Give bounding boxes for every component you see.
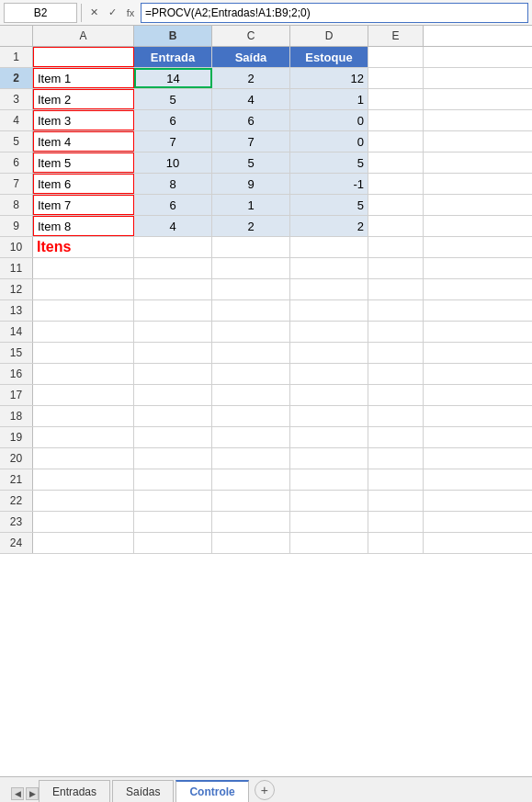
cell-b18[interactable] <box>134 406 212 426</box>
cell-c7[interactable]: 9 <box>212 174 290 194</box>
cell-b11[interactable] <box>134 258 212 278</box>
cell-d1[interactable]: Estoque <box>290 47 368 67</box>
cell-c12[interactable] <box>212 279 290 299</box>
cell-c1[interactable]: Saída <box>212 47 290 67</box>
cell-b6[interactable]: 10 <box>134 152 212 173</box>
cell-a3[interactable]: Item 2 <box>33 89 134 109</box>
cell-c13[interactable] <box>212 300 290 321</box>
cell-c20[interactable] <box>212 448 290 469</box>
cell-b21[interactable] <box>134 469 212 490</box>
cell-c11[interactable] <box>212 258 290 278</box>
col-header-d[interactable]: D <box>290 26 368 46</box>
row-header-22[interactable]: 22 <box>0 491 33 511</box>
cell-d4[interactable]: 0 <box>290 110 368 130</box>
cell-a1[interactable]: Material <box>33 47 134 67</box>
cell-d3[interactable]: 1 <box>290 89 368 109</box>
row-header-9[interactable]: 9 <box>0 216 33 236</box>
cell-c24[interactable] <box>212 533 290 553</box>
cell-c15[interactable] <box>212 343 290 363</box>
cell-a7[interactable]: Item 6 <box>33 174 134 194</box>
cell-d24[interactable] <box>290 533 368 553</box>
cell-d23[interactable] <box>290 512 368 532</box>
cell-a13[interactable] <box>33 300 134 321</box>
cell-d10[interactable] <box>290 237 368 257</box>
cell-b19[interactable] <box>134 427 212 447</box>
row-header-14[interactable]: 14 <box>0 322 33 342</box>
row-header-7[interactable]: 7 <box>0 174 33 194</box>
cell-c2[interactable]: 2 <box>212 68 290 88</box>
cell-c4[interactable]: 6 <box>212 110 290 130</box>
row-header-15[interactable]: 15 <box>0 343 33 363</box>
row-header-19[interactable]: 19 <box>0 427 33 447</box>
cell-a11[interactable] <box>33 258 134 278</box>
cell-c9[interactable]: 2 <box>212 216 290 236</box>
cell-e17[interactable] <box>368 385 424 405</box>
cell-a15[interactable] <box>33 343 134 363</box>
cell-b23[interactable] <box>134 512 212 532</box>
cell-b16[interactable] <box>134 364 212 384</box>
row-header-11[interactable]: 11 <box>0 258 33 278</box>
cell-a9[interactable]: Item 8 <box>33 216 134 236</box>
cell-a19[interactable] <box>33 427 134 447</box>
cell-c10[interactable] <box>212 237 290 257</box>
cell-b7[interactable]: 8 <box>134 174 212 194</box>
cell-e7[interactable] <box>368 174 424 194</box>
cell-a14[interactable] <box>33 322 134 342</box>
row-header-5[interactable]: 5 <box>0 131 33 152</box>
cell-d9[interactable]: 2 <box>290 216 368 236</box>
cell-e4[interactable] <box>368 110 424 130</box>
cell-d2[interactable]: 12 <box>290 68 368 88</box>
cell-c8[interactable]: 1 <box>212 195 290 215</box>
cell-e5[interactable] <box>368 131 424 152</box>
formula-input[interactable] <box>141 3 528 23</box>
cell-e3[interactable] <box>368 89 424 109</box>
cell-b5[interactable]: 7 <box>134 131 212 152</box>
cell-d19[interactable] <box>290 427 368 447</box>
cell-a24[interactable] <box>33 533 134 553</box>
cell-b1[interactable]: Entrada <box>134 47 212 67</box>
confirm-icon[interactable]: ✓ <box>104 5 120 21</box>
col-header-b[interactable]: B <box>134 26 212 46</box>
scroll-right-arrow[interactable]: ▶ <box>26 787 39 800</box>
cell-d14[interactable] <box>290 322 368 342</box>
cell-d11[interactable] <box>290 258 368 278</box>
cell-b17[interactable] <box>134 385 212 405</box>
col-header-a[interactable]: A <box>33 26 134 46</box>
cancel-icon[interactable]: ✕ <box>85 5 102 21</box>
cell-b8[interactable]: 6 <box>134 195 212 215</box>
cell-b15[interactable] <box>134 343 212 363</box>
cell-b2[interactable]: 14 <box>134 68 212 88</box>
cell-e22[interactable] <box>368 491 424 511</box>
cell-c19[interactable] <box>212 427 290 447</box>
cell-b9[interactable]: 4 <box>134 216 212 236</box>
cell-e15[interactable] <box>368 343 424 363</box>
cell-e9[interactable] <box>368 216 424 236</box>
cell-a4[interactable]: Item 3 <box>33 110 134 130</box>
cell-c14[interactable] <box>212 322 290 342</box>
row-header-10[interactable]: 10 <box>0 237 33 257</box>
cell-e10[interactable] <box>368 237 424 257</box>
cell-c17[interactable] <box>212 385 290 405</box>
cell-e1[interactable] <box>368 47 424 67</box>
row-header-1[interactable]: 1 <box>0 47 33 67</box>
cell-c22[interactable] <box>212 491 290 511</box>
cell-a16[interactable] <box>33 364 134 384</box>
cell-d16[interactable] <box>290 364 368 384</box>
cell-a6[interactable]: Item 5 <box>33 152 134 173</box>
row-header-20[interactable]: 20 <box>0 448 33 469</box>
cell-a12[interactable] <box>33 279 134 299</box>
row-header-24[interactable]: 24 <box>0 533 33 553</box>
cell-e21[interactable] <box>368 469 424 490</box>
cell-a8[interactable]: Item 7 <box>33 195 134 215</box>
cell-d20[interactable] <box>290 448 368 469</box>
scroll-left-arrow[interactable]: ◀ <box>11 787 24 800</box>
row-header-23[interactable]: 23 <box>0 512 33 532</box>
cell-d7[interactable]: -1 <box>290 174 368 194</box>
cell-b14[interactable] <box>134 322 212 342</box>
cell-e23[interactable] <box>368 512 424 532</box>
col-header-c[interactable]: C <box>212 26 290 46</box>
cell-a5[interactable]: Item 4 <box>33 131 134 152</box>
cell-a18[interactable] <box>33 406 134 426</box>
cell-d8[interactable]: 5 <box>290 195 368 215</box>
cell-b13[interactable] <box>134 300 212 321</box>
